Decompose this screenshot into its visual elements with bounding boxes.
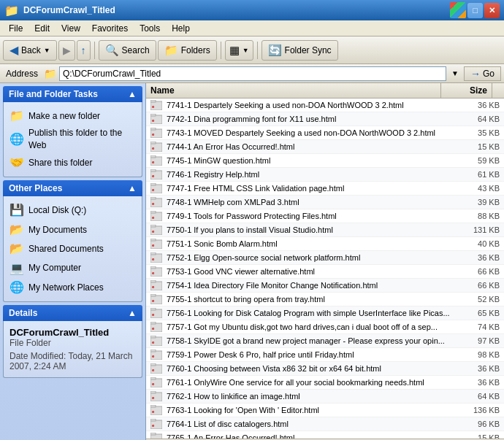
table-row[interactable]: e7761-1 OnlyWire One service for all you… — [146, 376, 504, 390]
my-computer-icon: 💻 — [9, 260, 24, 277]
collapse-icon: ▲ — [128, 89, 137, 99]
address-input[interactable]: Q:\DCForumCrawl_Titled — [59, 66, 446, 81]
table-row[interactable]: e7753-1 Good VNC viewer alternative.html… — [146, 265, 504, 279]
menu-menu-file[interactable]: File — [3, 22, 28, 35]
forward-button[interactable]: ▶ — [58, 40, 75, 61]
table-row[interactable]: e7759-1 Power Desk 6 Pro, half price unt… — [146, 348, 504, 362]
table-row[interactable]: e7742-1 Dina programming font for X11 us… — [146, 112, 504, 126]
file-folder-tasks-header[interactable]: File and Folder Tasks ▲ — [3, 86, 142, 102]
table-row[interactable]: e7746-1 Registry Help.html61 KB — [146, 168, 504, 182]
table-row[interactable]: e7749-1 Tools for Password Protecting Fi… — [146, 209, 504, 223]
winxp-logo — [450, 2, 466, 18]
file-icon: e — [149, 113, 164, 125]
file-name: 7745-1 MinGW question.html — [164, 156, 453, 165]
back-button[interactable]: ◀ Back ▼ — [3, 40, 57, 61]
other-places-header[interactable]: Other Places ▲ — [3, 180, 142, 196]
table-row[interactable]: e7760-1 Choosing between Vista x86 32 bi… — [146, 362, 504, 376]
folders-button[interactable]: 📁 Folders — [158, 40, 217, 61]
details-type: File Folder — [9, 338, 136, 348]
file-size: 15 KB — [453, 142, 504, 151]
col-header-size[interactable]: Size — [441, 83, 492, 98]
file-size: 65 KB — [453, 309, 504, 317]
table-row[interactable]: e7745-1 MinGW question.html59 KB — [146, 154, 504, 168]
table-row[interactable]: e7758-1 SkyIDE got a brand new project m… — [146, 334, 504, 348]
table-row[interactable]: e7762-1 How to linkifice an image.html64… — [146, 390, 504, 404]
file-name: 7761-1 OnlyWire One service for all your… — [164, 378, 453, 387]
file-name: 7760-1 Choosing between Vista x86 32 bit… — [164, 364, 453, 373]
toolbar: ◀ Back ▼ ▶ ↑ 🔍 Search 📁 Folders ▦ ▼ 🔄 Fo… — [0, 36, 504, 64]
menu-menu-help[interactable]: Help — [166, 22, 196, 35]
file-folder-tasks-section: File and Folder Tasks ▲ 📁 Make a new fol… — [3, 86, 142, 177]
close-button[interactable]: ✕ — [484, 3, 500, 18]
shared-documents-item[interactable]: 📂 Shared Documents — [7, 239, 139, 258]
shared-documents-icon: 📂 — [9, 241, 24, 257]
table-row[interactable]: e7754-1 Idea Directory File Monitor Chan… — [146, 279, 504, 293]
file-name: 7751-1 Sonic Bomb Alarm.html — [164, 239, 453, 248]
table-row[interactable]: e7763-1 Looking for 'Open With ' Editor.… — [146, 404, 504, 417]
file-size: 39 KB — [453, 198, 504, 207]
table-row[interactable]: e7748-1 WMHelp com XMLPad 3.html39 KB — [146, 196, 504, 209]
file-icon: e — [149, 182, 164, 194]
filelist-body[interactable]: e7741-1 Despartely Seeking a used non-DO… — [146, 99, 504, 439]
my-computer-item[interactable]: 💻 My Computer — [7, 259, 139, 278]
table-row[interactable]: e7750-1 If you plans to install Visual S… — [146, 223, 504, 237]
scrollbar-spacer — [492, 83, 504, 98]
publish-folder-item[interactable]: 🌐 Publish this folder to the Web — [7, 126, 139, 153]
table-row[interactable]: e7756-1 Looking for Disk Catalog Program… — [146, 306, 504, 320]
file-name: 7758-1 SkyIDE got a brand new project ma… — [164, 336, 453, 345]
address-dropdown-icon[interactable]: ▼ — [449, 69, 461, 77]
local-disk-item[interactable]: 💾 Local Disk (Q:) — [7, 201, 139, 220]
svg-rect-58 — [150, 363, 156, 366]
folder-sync-button[interactable]: 🔄 Folder Sync — [261, 40, 338, 61]
share-folder-item[interactable]: 🤝 Share this folder — [7, 153, 139, 172]
local-disk-icon: 💾 — [9, 202, 24, 218]
menu-menu-favorites[interactable]: Favorites — [86, 22, 134, 35]
svg-rect-10 — [150, 142, 156, 144]
views-button[interactable]: ▦ ▼ — [225, 40, 253, 61]
views-dropdown-icon[interactable]: ▼ — [243, 47, 249, 54]
publish-icon: 🌐 — [9, 131, 24, 147]
table-row[interactable]: e7757-1 Got my Ubuntu disk,got two hard … — [146, 320, 504, 334]
table-row[interactable]: e7747-1 Free HTML CSS Link Validation pa… — [146, 182, 504, 196]
file-size: 98 KB — [453, 350, 504, 359]
svg-rect-49 — [150, 322, 156, 324]
maximize-button[interactable]: □ — [467, 3, 483, 18]
back-dropdown-icon[interactable]: ▼ — [44, 47, 50, 54]
search-button[interactable]: 🔍 Search — [99, 40, 156, 61]
go-button[interactable]: → Go — [464, 66, 501, 81]
col-header-name[interactable]: Name — [146, 83, 441, 98]
table-row[interactable]: e7752-1 Elgg Open-source social network … — [146, 251, 504, 265]
file-name: 7756-1 Looking for Disk Catalog Program … — [164, 309, 453, 317]
table-row[interactable]: e7755-1 shortcut to bring opera from tra… — [146, 293, 504, 306]
file-icon: e — [149, 210, 164, 222]
table-row[interactable]: e7764-1 List of disc catalogers.html96 K… — [146, 417, 504, 431]
details-header[interactable]: Details ▲ — [3, 305, 142, 321]
table-row[interactable]: e7744-1 An Error Has Occurred!.html15 KB — [146, 140, 504, 154]
file-icon: e — [149, 169, 164, 180]
my-network-places-item[interactable]: 🌐 My Network Places — [7, 278, 139, 297]
file-name: 7759-1 Power Desk 6 Pro, half price unti… — [164, 350, 453, 359]
menu-menu-tools[interactable]: Tools — [134, 22, 166, 35]
table-row[interactable]: e7751-1 Sonic Bomb Alarm.html40 KB — [146, 237, 504, 251]
file-size: 88 KB — [453, 212, 504, 220]
make-new-folder-item[interactable]: 📁 Make a new folder — [7, 107, 139, 126]
table-row[interactable]: e7741-1 Despartely Seeking a used non-DO… — [146, 99, 504, 112]
left-panel: File and Folder Tasks ▲ 📁 Make a new fol… — [0, 83, 146, 440]
up-button[interactable]: ↑ — [77, 40, 91, 61]
table-row[interactable]: e7743-1 MOVED Despartely Seeking a used … — [146, 126, 504, 140]
views-icon: ▦ — [229, 44, 240, 57]
back-arrow-icon: ◀ — [9, 43, 18, 57]
file-icon: e — [149, 279, 164, 291]
file-size: 64 KB — [453, 115, 504, 123]
details-content: DCForumCrawl_Titled File Folder Date Mod… — [3, 321, 142, 378]
toolbar-separator-3 — [257, 42, 258, 59]
file-icon: e — [149, 404, 164, 416]
table-row[interactable]: e7765-1 An Error Has Occurred!.html15 KB — [146, 431, 504, 439]
file-name: 7763-1 Looking for 'Open With ' Editor.h… — [164, 406, 453, 414]
file-size: 43 KB — [453, 184, 504, 193]
my-documents-item[interactable]: 📂 My Documents — [7, 220, 139, 239]
file-name: 7755-1 shortcut to bring opera from tray… — [164, 295, 453, 304]
svg-rect-61 — [150, 377, 156, 379]
menu-menu-view[interactable]: View — [56, 22, 86, 35]
menu-menu-edit[interactable]: Edit — [28, 22, 56, 35]
